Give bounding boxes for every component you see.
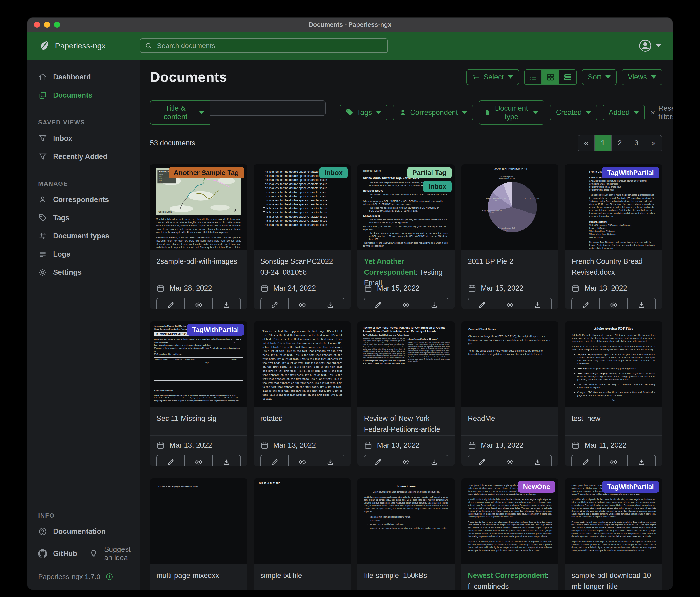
tag-badge[interactable]: Inbox xyxy=(423,181,451,192)
sidebar-item-correspondents[interactable]: Correspondents xyxy=(27,191,140,209)
document-thumbnail[interactable]: Release NotesSimba ODBC Driver for SQL S… xyxy=(357,164,455,250)
detail-view-button[interactable] xyxy=(559,70,576,85)
tag-badge[interactable]: TagWithPartial xyxy=(602,481,659,493)
document-thumbnail[interactable]: Lorem ipsum dolor sit amet, consectetur … xyxy=(565,478,662,564)
document-title-link[interactable]: ReadMe xyxy=(468,413,552,424)
sidebar-item-github[interactable]: GitHub xyxy=(27,545,78,563)
download-button[interactable] xyxy=(524,298,552,309)
download-button[interactable] xyxy=(628,455,655,466)
edit-button[interactable] xyxy=(572,298,600,309)
view-button[interactable] xyxy=(289,455,317,466)
tag-badge[interactable]: Partial Tag xyxy=(407,167,452,178)
tag-badge[interactable]: Another Sample Tag xyxy=(169,167,244,178)
search-input[interactable] xyxy=(140,39,388,53)
sidebar-item-inbox[interactable]: Inbox xyxy=(27,129,140,147)
brand[interactable]: Paperless-ngx xyxy=(27,40,140,52)
document-thumbnail[interactable]: This is a multi page document. Page 1. xyxy=(150,478,247,564)
document-thumbnail[interactable]: French Country BreadFor the Leaven1 heap… xyxy=(565,164,662,250)
sidebar-item-settings[interactable]: Settings xyxy=(27,263,140,282)
document-title-link[interactable]: French Country Bread Revised.docx xyxy=(572,256,656,278)
edit-button[interactable] xyxy=(261,298,289,309)
edit-button[interactable] xyxy=(468,455,496,466)
sidebar-item-documents[interactable]: Documents xyxy=(27,86,140,104)
document-thumbnail[interactable]: Contact Sheet DemoGiven a set of image f… xyxy=(461,321,559,407)
list-view-button[interactable] xyxy=(525,70,542,85)
document-title-link[interactable]: Sec 11-Missing sig xyxy=(156,413,241,424)
document-title-link[interactable]: test_new xyxy=(572,413,656,424)
sidebar-item-logs[interactable]: Logs xyxy=(27,245,140,263)
view-button[interactable] xyxy=(600,455,628,466)
edit-button[interactable] xyxy=(261,455,289,466)
view-button[interactable] xyxy=(185,455,213,466)
download-button[interactable] xyxy=(628,298,655,309)
document-thumbnail[interactable]: Lorem ipsumLorem ipsum dolor sit amet, c… xyxy=(357,478,455,564)
document-thumbnail[interactable]: This is a test for the double space char… xyxy=(254,164,351,250)
document-title-link[interactable]: file-sample_150kBs xyxy=(364,570,448,581)
sidebar-item-tags[interactable]: Tags xyxy=(27,209,140,227)
view-button[interactable] xyxy=(185,298,213,309)
document-thumbnail[interactable]: This is a test file. xyxy=(254,478,351,564)
download-button[interactable] xyxy=(213,455,240,466)
download-button[interactable] xyxy=(420,455,448,466)
document-title-link[interactable]: rotated xyxy=(260,413,345,424)
document-title-link[interactable]: 2sample-pdf-with-images xyxy=(156,256,241,267)
pagination-next[interactable]: » xyxy=(645,135,662,151)
document-thumbnail[interactable]: Application for Medical Staff MembersGoo… xyxy=(150,321,247,407)
document-title-link[interactable]: simple txt file xyxy=(260,570,345,581)
sidebar-item-suggest-idea[interactable]: Suggest an idea xyxy=(78,541,140,567)
sort-button[interactable]: Sort xyxy=(582,69,617,85)
tag-badge[interactable]: Inbox xyxy=(320,167,348,178)
view-button[interactable] xyxy=(496,298,524,309)
sidebar-item-recently-added[interactable]: Recently Added xyxy=(27,147,140,166)
sidebar-item-dashboard[interactable]: Dashboard xyxy=(27,68,140,86)
view-button[interactable] xyxy=(392,455,420,466)
document-thumbnail[interactable]: Review of New York Federal Petitions for… xyxy=(357,321,455,407)
edit-button[interactable] xyxy=(468,298,496,309)
view-button[interactable] xyxy=(600,298,628,309)
select-button[interactable]: Select xyxy=(467,69,519,85)
document-title-link[interactable]: multi-page-mixedxx xyxy=(156,570,241,581)
document-title-link[interactable]: sample-pdf-download-10-mb-longer-title xyxy=(572,570,656,590)
grid-view-button[interactable] xyxy=(542,70,559,85)
user-menu[interactable] xyxy=(639,39,673,52)
pagination-page-3[interactable]: 3 xyxy=(628,135,645,151)
edit-button[interactable] xyxy=(365,298,392,309)
edit-button[interactable] xyxy=(365,455,392,466)
edit-button[interactable] xyxy=(157,455,185,466)
document-type-filter-button[interactable]: Document type xyxy=(479,100,544,125)
sidebar-item-documentation[interactable]: Documentation xyxy=(27,522,140,541)
document-thumbnail[interactable]: Adobe Acrobat PDF FilesAdobe® Portable D… xyxy=(565,321,662,407)
download-button[interactable] xyxy=(317,298,344,309)
document-thumbnail[interactable]: Boundary Waters TripLegendDay 1Day 2Day … xyxy=(150,164,247,250)
title-content-filter-button[interactable]: Title & content xyxy=(150,100,210,125)
download-button[interactable] xyxy=(213,298,240,309)
download-button[interactable] xyxy=(420,298,448,309)
reset-filters-button[interactable]: × Reset filters xyxy=(650,104,673,121)
document-thumbnail[interactable]: This is the text that appears on the fir… xyxy=(254,321,351,407)
view-button[interactable] xyxy=(496,455,524,466)
document-title-link[interactable]: Sonstige ScanPC2022 03-24_081058 xyxy=(260,256,345,278)
view-button[interactable] xyxy=(289,298,317,309)
tags-filter-button[interactable]: Tags xyxy=(340,104,387,120)
view-button[interactable] xyxy=(392,298,420,309)
added-filter-button[interactable]: Added xyxy=(603,104,645,120)
document-thumbnail[interactable]: Lorem ipsum dolor sit amet, consectetur … xyxy=(461,478,559,564)
edit-button[interactable] xyxy=(572,455,600,466)
filter-text-input[interactable] xyxy=(210,100,326,116)
tag-badge[interactable]: TagWithPartial xyxy=(602,167,659,178)
pagination-prev[interactable]: « xyxy=(578,135,595,151)
info-circle-icon[interactable] xyxy=(105,573,114,581)
sidebar-item-document-types[interactable]: Document types xyxy=(27,227,140,245)
document-title-link[interactable]: Newest Correspondent: f_combineds xyxy=(468,570,552,590)
pagination-page-1[interactable]: 1 xyxy=(595,135,611,151)
pagination-page-2[interactable]: 2 xyxy=(611,135,628,151)
download-button[interactable] xyxy=(524,455,552,466)
tag-badge[interactable]: TagWithPartial xyxy=(187,324,244,336)
document-thumbnail[interactable]: Patient BP Distribution 2011Normal, 150,… xyxy=(461,164,559,250)
edit-button[interactable] xyxy=(157,298,185,309)
created-filter-button[interactable]: Created xyxy=(550,104,597,120)
correspondent-filter-button[interactable]: Correspondent xyxy=(393,104,473,120)
tag-badge[interactable]: NewOne xyxy=(518,481,555,493)
download-button[interactable] xyxy=(317,455,344,466)
document-title-link[interactable]: 2011 BP Pie 2 xyxy=(468,256,552,267)
